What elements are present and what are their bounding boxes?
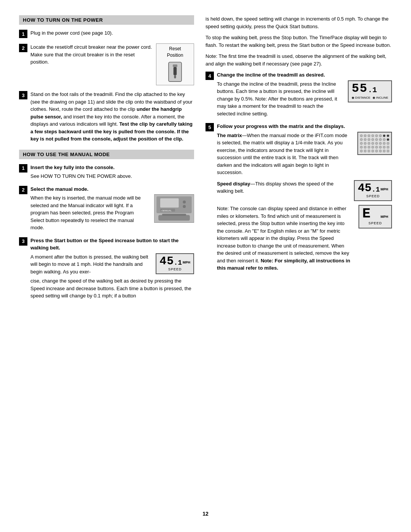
e-letter: E	[362, 207, 371, 221]
note-para: Note: The first time the treadmill is us…	[206, 53, 392, 67]
reset-position-image: Reset Position	[156, 43, 194, 85]
svg-rect-12	[162, 214, 186, 216]
incline-display: 55 . 1 ◉ DISTANCE ◉ INCLINE	[348, 80, 392, 102]
svg-rect-11	[158, 215, 190, 221]
step-2-text: Locate the reset/off circuit breaker nea…	[30, 43, 152, 66]
right-step-5-speed-text: Speed display—This display shows the spe…	[217, 180, 346, 195]
svg-rect-1	[173, 64, 177, 67]
right-column: is held down, the speed setting will cha…	[206, 15, 392, 503]
section-turn-on-power: HOW TO TURN ON THE POWER 1 Plug in the p…	[19, 15, 194, 143]
section-manual-mode: HOW TO USE THE MANUAL MODE 1 Insert the …	[19, 150, 194, 300]
step-number-2: 2	[19, 44, 27, 52]
manual-step-2: 2 Select the manual mode. When the key i…	[19, 185, 194, 232]
manual-step-2-text: When the key is inserted, the manual mod…	[30, 194, 147, 232]
right-step-4-title: Change the incline of the treadmill as d…	[217, 71, 392, 79]
manual-step-2-title: Select the manual mode.	[30, 185, 194, 193]
speed-label-1: SPEED	[168, 267, 182, 272]
left-column: HOW TO TURN ON THE POWER 1 Plug in the p…	[19, 15, 194, 503]
manual-step-number-3: 3	[19, 237, 27, 246]
incline-labels: ◉ DISTANCE ◉ INCLINE	[352, 96, 388, 100]
step-1-text: Plug in the power cord (see page 10).	[30, 29, 194, 37]
page: HOW TO TURN ON THE POWER 1 Plug in the p…	[0, 0, 411, 532]
manual-step-3-title: Press the Start button or the Speed incr…	[30, 237, 194, 252]
step-3-text: Stand on the foot rails of the treadmill…	[30, 91, 194, 143]
matrix-row-1	[360, 134, 389, 137]
speed-label-right: SPEED	[366, 194, 380, 199]
e-speed-label: SPEED	[368, 221, 382, 226]
manual-step-3-content: Press the Start button or the Speed incr…	[30, 237, 194, 300]
manual-step-3-continuation: cise, change the speed of the walking be…	[30, 277, 194, 300]
svg-point-7	[183, 201, 186, 204]
right-step-number-5: 5	[206, 123, 214, 131]
page-number: 12	[19, 511, 392, 517]
manual-step-1-title: Insert the key fully into the console.	[30, 164, 194, 171]
manual-step-1-content: Insert the key fully into the console. S…	[30, 164, 194, 180]
e-speed-display: E MPH SPEED	[358, 205, 392, 228]
incline-number: 55	[352, 83, 368, 95]
speed-display-right: 45 . 1 MPH SPEED	[354, 180, 392, 201]
matrix-display	[357, 132, 392, 155]
speed-number-1: 4	[159, 256, 167, 267]
right-step-4-content: Change the incline of the treadmill as d…	[217, 71, 392, 117]
svg-rect-3	[174, 75, 176, 78]
svg-rect-2	[174, 67, 177, 75]
right-step-5: 5 Follow your progress with the matrix a…	[206, 123, 392, 272]
manual-step-2-content: Select the manual mode. When the key is …	[30, 185, 194, 232]
right-step-4-text: To change the incline of the treadmill, …	[217, 80, 340, 118]
continuation-para: is held down, the speed setting will cha…	[206, 15, 392, 30]
manual-step-1: 1 Insert the key fully into the console.…	[19, 164, 194, 180]
matrix-row-2	[360, 138, 389, 141]
step-3-power: 3 Stand on the foot rails of the treadmi…	[19, 91, 194, 143]
step-2-content: Locate the reset/off circuit breaker nea…	[30, 43, 194, 85]
matrix-row-5	[360, 150, 389, 152]
manual-mode-image: • MANUAL	[154, 194, 194, 223]
step-2-power: 2 Locate the reset/off circuit breaker n…	[19, 43, 194, 85]
right-step-5-matrix-text: The matrix—When the manual mode or the i…	[217, 132, 350, 176]
stop-para: To stop the walking belt, press the Stop…	[206, 34, 392, 49]
speed-display-1: 4 5 . 1 MPH SPEED	[156, 253, 194, 275]
matrix-row-3	[360, 142, 389, 145]
manual-step-3: 3 Press the Start button or the Speed in…	[19, 237, 194, 300]
manual-step-number-2: 2	[19, 186, 27, 194]
right-step-5-title: Follow your progress with the matrix and…	[217, 123, 392, 130]
step-number-1: 1	[19, 30, 27, 38]
svg-text:• MANUAL: • MANUAL	[161, 209, 172, 212]
svg-point-8	[183, 205, 186, 208]
step-1-power: 1 Plug in the power cord (see page 10).	[19, 29, 194, 38]
svg-rect-6	[160, 198, 179, 208]
manual-step-number-1: 1	[19, 164, 27, 173]
right-step-5-content: Follow your progress with the matrix and…	[217, 123, 392, 272]
section-header-power: HOW TO TURN ON THE POWER	[19, 15, 194, 25]
manual-treadmill-svg: • MANUAL	[154, 195, 194, 222]
manual-step-3-text: A moment after the button is pressed, th…	[30, 253, 149, 276]
right-step-4: 4 Change the incline of the treadmill as…	[206, 71, 392, 117]
matrix-row-4	[360, 146, 389, 149]
right-step-number-4: 4	[206, 72, 214, 80]
step-number-3: 3	[19, 91, 27, 99]
section-header-manual: HOW TO USE THE MANUAL MODE	[19, 150, 194, 159]
right-step-5-note-text: Note: The console can display speed and …	[217, 205, 351, 272]
breaker-graphic-svg	[166, 61, 185, 83]
